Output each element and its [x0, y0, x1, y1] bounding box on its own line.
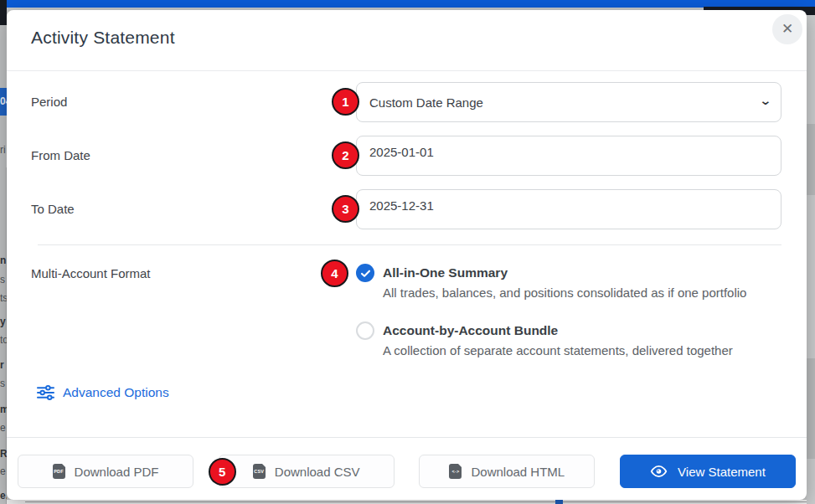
background-text-fragment: to	[0, 334, 7, 346]
background-right-edge	[807, 15, 815, 504]
background-left-edge: 04 ri n s ts y to r s m e R e e...	[0, 25, 7, 504]
background-text-fragment: s	[0, 274, 5, 285]
multi-account-format-label: Multi-Account Format	[31, 264, 356, 280]
background-text-fragment: m	[0, 404, 7, 415]
background-accent-mark	[555, 500, 563, 504]
section-divider	[38, 244, 781, 245]
multi-account-format-row: Multi-Account Format 4 All-in-One Summar…	[31, 264, 788, 359]
download-pdf-button[interactable]: PDF Download PDF	[18, 455, 193, 488]
background-text-fragment: y	[0, 316, 6, 327]
background-text-fragment: e...	[0, 490, 7, 501]
background-bottom-edge	[7, 500, 807, 504]
background-divider	[25, 501, 807, 502]
background-header-corner-left	[0, 0, 7, 25]
background-text-fragment: e	[0, 465, 6, 477]
dialog-body: Period 1 Custom Date Range ⌄ From Date 2	[7, 71, 807, 437]
from-date-label: From Date	[31, 136, 356, 162]
option-title: All-in-One Summary	[383, 264, 746, 281]
csv-file-icon: CSV	[253, 464, 266, 479]
sliders-icon	[37, 385, 54, 400]
download-html-button[interactable]: <·> Download HTML	[419, 455, 595, 488]
advanced-options-label: Advanced Options	[63, 385, 169, 400]
html-file-icon: <·>	[449, 464, 462, 479]
to-date-label: To Date	[31, 189, 356, 216]
download-csv-button[interactable]: 5 CSV Download CSV	[219, 455, 395, 488]
step-badge-2: 2	[332, 141, 359, 169]
period-row: Period 1 Custom Date Range ⌄	[31, 82, 788, 122]
background-top-bar	[7, 0, 815, 8]
close-icon[interactable]: ✕	[772, 14, 802, 44]
background-text-fragment: e	[0, 422, 6, 434]
background-scroll-band	[807, 358, 815, 459]
option-text: All-in-One Summary All trades, balances,…	[383, 264, 746, 301]
activity-statement-dialog: Activity Statement ✕ Period 1 Custom Dat…	[7, 10, 807, 500]
from-date-control: 2	[356, 136, 781, 176]
option-text: Account-by-Account Bundle A collection o…	[383, 321, 733, 359]
dialog-footer: PDF Download PDF 5 CSV Download CSV <·> …	[7, 437, 807, 500]
background-text-fragment: n	[0, 255, 6, 266]
to-date-input[interactable]	[356, 189, 781, 229]
background-text-fragment: r	[0, 359, 4, 371]
radio-unchecked-icon[interactable]	[356, 321, 374, 340]
radio-checked-icon[interactable]	[356, 264, 374, 282]
background-text-fragment: s	[0, 378, 5, 389]
from-date-input[interactable]	[356, 136, 781, 176]
background-text-fragment: ts	[0, 292, 7, 304]
download-pdf-label: Download PDF	[75, 465, 159, 479]
background-text-fragment: ri	[0, 144, 6, 156]
option-description: A collection of separate account stateme…	[383, 342, 733, 359]
step-badge-5: 5	[209, 458, 236, 486]
from-date-row: From Date 2	[31, 136, 788, 176]
option-all-in-one-summary[interactable]: All-in-One Summary All trades, balances,…	[356, 264, 781, 301]
step-badge-1: 1	[332, 88, 359, 116]
multi-account-format-options: 4 All-in-One Summary All trades, balance…	[356, 264, 781, 359]
period-control: 1 Custom Date Range ⌄	[356, 82, 781, 122]
step-badge-3: 3	[332, 195, 359, 223]
dialog-header: Activity Statement ✕	[7, 10, 807, 71]
background-scroll-band	[807, 124, 815, 195]
eye-icon	[650, 465, 668, 478]
dialog-title: Activity Statement	[31, 28, 783, 48]
checkmark-icon	[360, 268, 371, 279]
period-select[interactable]: Custom Date Range	[356, 82, 781, 122]
download-csv-label: Download CSV	[275, 465, 360, 479]
option-account-by-account-bundle[interactable]: Account-by-Account Bundle A collection o…	[356, 321, 781, 359]
background-text-fragment: R	[0, 448, 7, 460]
option-title: Account-by-Account Bundle	[383, 321, 733, 339]
option-description: All trades, balances, and positions cons…	[383, 284, 746, 301]
to-date-row: To Date 3	[31, 189, 788, 229]
period-label: Period	[31, 82, 356, 109]
advanced-options-link[interactable]: Advanced Options	[37, 385, 169, 400]
view-statement-button[interactable]: View Statement	[620, 455, 796, 488]
background-selected-item: 04	[0, 88, 7, 116]
step-badge-4: 4	[321, 260, 348, 287]
view-statement-label: View Statement	[678, 465, 766, 479]
download-html-label: Download HTML	[471, 465, 565, 479]
to-date-control: 3	[356, 189, 781, 229]
pdf-file-icon: PDF	[53, 464, 65, 479]
